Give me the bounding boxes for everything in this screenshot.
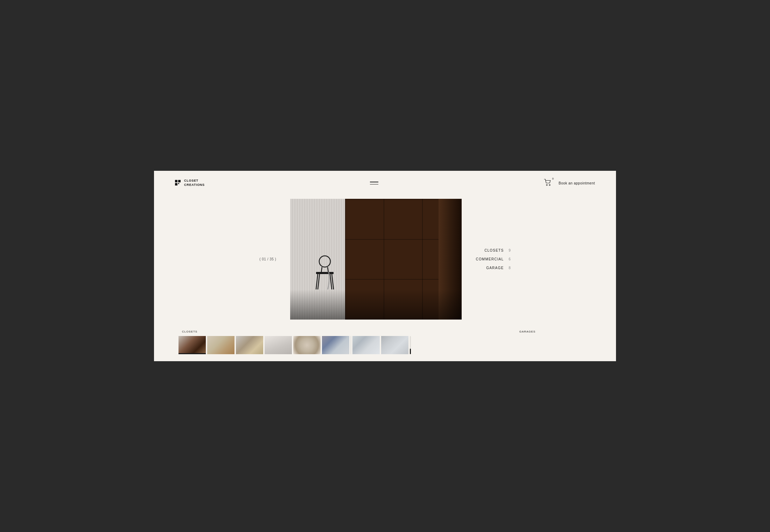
category-commercial[interactable]: COMMERCIAL 6: [476, 257, 510, 261]
brand-name: CLOSET CREATIONS: [184, 179, 205, 187]
svg-point-4: [546, 184, 547, 186]
thumb-inner-1: [178, 336, 206, 354]
garages-section-label: GARAGES: [519, 330, 536, 333]
thumbnail-2[interactable]: [207, 336, 234, 354]
hamburger-line-2: [370, 184, 378, 185]
slide-counter: ( 01 / 35 ): [259, 257, 276, 261]
main-image[interactable]: [290, 199, 462, 320]
svg-point-5: [549, 184, 550, 186]
svg-line-11: [330, 274, 332, 289]
thumbnail-7[interactable]: [352, 336, 380, 354]
svg-line-10: [318, 274, 320, 289]
thumbnail-8[interactable]: [381, 336, 408, 354]
category-closets[interactable]: CLOSETS 9: [476, 248, 510, 252]
section-divider: [351, 336, 351, 354]
hamburger-menu[interactable]: [370, 182, 378, 184]
commercial-count: 6: [509, 257, 511, 261]
commercial-label: COMMERCIAL: [476, 257, 504, 261]
closets-label: CLOSETS: [484, 248, 504, 252]
floor-shadow: [290, 289, 462, 320]
thumb-inner-5: [293, 336, 321, 354]
chair-silhouette: [311, 254, 339, 289]
main-content: ( 01 / 35 ): [154, 195, 616, 361]
svg-line-8: [316, 274, 318, 289]
thumbnail-4[interactable]: [265, 336, 292, 354]
header: CLOSET CREATIONS 0 Book an appointment: [154, 171, 616, 195]
thumbnail-5[interactable]: [293, 336, 321, 354]
garage-label: GARAGE: [486, 266, 504, 270]
hamburger-line-1: [370, 182, 378, 182]
svg-rect-3: [178, 183, 179, 184]
thumb-inner-6: [322, 336, 349, 354]
book-appointment-button[interactable]: Book an appointment: [559, 181, 595, 185]
svg-rect-1: [178, 180, 181, 182]
svg-point-6: [319, 256, 330, 267]
svg-line-13: [328, 267, 328, 272]
svg-rect-2: [175, 183, 177, 186]
cart-icon: [544, 178, 552, 186]
cart-button[interactable]: 0: [544, 178, 552, 188]
thumbnail-6[interactable]: [322, 336, 349, 354]
thumb-inner-7: [352, 336, 380, 354]
logo-area[interactable]: CLOSET CREATIONS: [175, 179, 205, 187]
category-garage[interactable]: GARAGE 8: [476, 266, 510, 270]
header-right: 0 Book an appointment: [544, 178, 595, 188]
logo-icon: [175, 180, 181, 186]
thumb-inner-3: [236, 336, 263, 354]
thumb-inner-8: [381, 336, 408, 354]
thumbnails-row: [178, 336, 592, 354]
categories-panel: CLOSETS 9 COMMERCIAL 6 GARAGE 8: [476, 248, 510, 270]
svg-line-9: [332, 274, 334, 289]
svg-rect-7: [316, 272, 334, 274]
closets-count: 9: [509, 248, 511, 252]
closets-section-label: CLOSETS: [182, 330, 197, 333]
strip-labels: CLOSETS GARAGES: [178, 330, 592, 333]
thumb-inner-2: [207, 336, 234, 354]
garage-count: 8: [509, 266, 511, 270]
thumbnail-3[interactable]: [236, 336, 263, 354]
thumbnail-strip: CLOSETS GARAGES: [175, 330, 595, 354]
thumb-inner-4: [265, 336, 292, 354]
svg-line-12: [321, 267, 322, 272]
scroll-thumb: [410, 349, 411, 354]
cart-count: 0: [552, 177, 554, 180]
main-image-inner: [290, 199, 462, 320]
svg-rect-0: [175, 180, 177, 182]
app-window: CLOSET CREATIONS 0 Book an appointment: [154, 171, 616, 361]
scroll-indicator[interactable]: [410, 336, 411, 354]
thumbnail-1[interactable]: [178, 336, 206, 354]
